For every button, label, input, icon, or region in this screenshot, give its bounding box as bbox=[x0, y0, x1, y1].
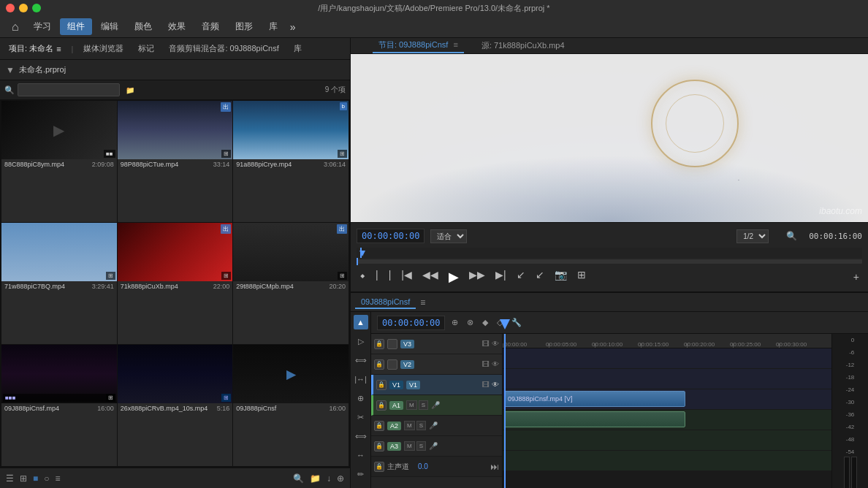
track-type-v2[interactable]: V2 bbox=[400, 360, 414, 369]
delete-icon[interactable]: ⊕ bbox=[337, 473, 344, 484]
a2-m-btn[interactable]: M bbox=[404, 421, 415, 430]
a3-s-btn[interactable]: S bbox=[416, 441, 426, 451]
zoom-icon[interactable]: 🔍 bbox=[786, 231, 797, 241]
markers-tab[interactable]: 标记 bbox=[134, 42, 159, 56]
media-item-7[interactable]: ■■■ ⊞ 09J888piCnsf.mp4 16:00 bbox=[1, 345, 117, 466]
v3-eye-icon[interactable]: 👁 bbox=[492, 340, 499, 348]
a1-s-btn[interactable]: S bbox=[419, 400, 428, 410]
step-forward-button[interactable]: ▶▶ bbox=[466, 267, 488, 286]
pen-tool[interactable]: ✏ bbox=[354, 467, 368, 481]
search-input[interactable] bbox=[18, 83, 120, 96]
a2-s-btn[interactable]: S bbox=[416, 421, 426, 430]
menu-learn[interactable]: 学习 bbox=[26, 18, 58, 35]
ripple-edit-tool[interactable]: ⟺ bbox=[354, 353, 368, 367]
tl-wrench-btn[interactable]: 🔧 bbox=[509, 316, 524, 329]
library-tab[interactable]: 库 bbox=[289, 42, 306, 56]
media-item-5[interactable]: 出 ⊞ 71k888piCuXb.mp4 22:00 bbox=[118, 223, 233, 344]
new-item-icon[interactable]: 📁 bbox=[310, 473, 321, 484]
media-item-4[interactable]: ⊞ 71w888piC7BQ.mp4 3:29:41 bbox=[1, 223, 117, 344]
source-tab[interactable] bbox=[355, 45, 367, 47]
tl-linked-btn[interactable]: ⊗ bbox=[465, 316, 476, 329]
track-sync-a2[interactable]: 🔒 bbox=[374, 421, 384, 431]
a2-mic-icon[interactable]: 🎤 bbox=[429, 422, 438, 430]
home-button[interactable]: ⌂ bbox=[6, 20, 25, 34]
razor-tool[interactable]: ✂ bbox=[354, 410, 368, 424]
track-sync-a1[interactable]: 🔒 bbox=[376, 400, 387, 411]
close-button[interactable] bbox=[6, 4, 15, 12]
menu-effects[interactable]: 效果 bbox=[161, 18, 193, 35]
audio-mixer-tab[interactable]: 音频剪辑混合器: 09J888piCnsf bbox=[164, 42, 283, 56]
list-view-icon[interactable]: ☰ bbox=[6, 473, 14, 484]
track-type-v1-outer[interactable]: V1 bbox=[389, 381, 403, 389]
multi-camera-button[interactable]: ⊞ bbox=[574, 267, 589, 286]
list-toggle-icon[interactable]: ■ bbox=[33, 473, 38, 484]
mark-out-button[interactable]: | bbox=[373, 267, 381, 286]
media-item-6[interactable]: 出 ⊞ 29t888piCMpb.mp4 20:20 bbox=[233, 223, 349, 344]
tl-snap-btn[interactable]: ⊕ bbox=[449, 316, 460, 329]
rolling-edit-tool[interactable]: |↔| bbox=[354, 372, 368, 386]
a1-m-btn[interactable]: M bbox=[406, 400, 417, 410]
track-eye-v3[interactable] bbox=[387, 339, 397, 349]
minimize-button[interactable] bbox=[19, 4, 28, 12]
selection-tool[interactable]: ▲ bbox=[354, 315, 368, 329]
a3-m-btn[interactable]: M bbox=[404, 441, 415, 451]
folder-icon2[interactable]: 📁 bbox=[126, 86, 134, 94]
track-sync-a3[interactable]: 🔒 bbox=[374, 441, 384, 451]
menu-assemble[interactable]: 组件 bbox=[60, 18, 92, 35]
track-sync-master[interactable]: 🔒 bbox=[374, 462, 384, 472]
track-eye-v2[interactable] bbox=[387, 359, 397, 370]
insert-button[interactable]: ↙ bbox=[514, 267, 528, 286]
media-item-3[interactable]: b ⊞ 91a888piCrye.mp4 3:06:14 bbox=[233, 101, 349, 222]
v2-eye-icon[interactable]: 👁 bbox=[492, 360, 499, 368]
tl-add-marker-btn[interactable]: ◆ bbox=[480, 316, 490, 329]
a3-mic-icon[interactable]: 🎤 bbox=[429, 442, 438, 450]
media-item-1[interactable]: ▶ ■■ 88C888piC8ym.mp4 2:09:08 bbox=[1, 101, 117, 222]
rate-stretch-tool[interactable]: ⊕ bbox=[354, 391, 368, 405]
grid-view-icon[interactable]: ⊞ bbox=[20, 473, 27, 484]
project-tab[interactable]: 项目: 未命名 ≡ bbox=[4, 42, 66, 56]
v1-clip[interactable]: 09J888piCnsf.mp4 [V] bbox=[504, 391, 685, 407]
fit-dropdown[interactable]: 适合 bbox=[430, 229, 467, 243]
scrub-bar[interactable] bbox=[357, 259, 862, 264]
master-next-icon[interactable]: ⏭ bbox=[490, 462, 499, 472]
menu-more-icon[interactable]: » bbox=[286, 21, 300, 33]
track-select-tool[interactable]: ▷ bbox=[354, 334, 368, 348]
sort-icon[interactable]: ≡ bbox=[56, 473, 61, 484]
track-sync-v1[interactable]: 🔒 bbox=[376, 380, 387, 390]
a1-clip[interactable] bbox=[504, 411, 685, 427]
export-frame-button[interactable]: 📷 bbox=[552, 267, 570, 286]
range-icon[interactable]: ○ bbox=[44, 473, 49, 484]
track-type-v3[interactable]: V3 bbox=[400, 340, 414, 348]
step-back-button[interactable]: ◀◀ bbox=[419, 267, 441, 286]
menu-graphics[interactable]: 图形 bbox=[228, 18, 260, 35]
track-type-a1[interactable]: A1 bbox=[389, 401, 403, 410]
track-type-v1-inner[interactable]: V1 bbox=[406, 381, 420, 389]
v3-film-icon[interactable]: 🎞 bbox=[482, 340, 490, 348]
slide-tool[interactable]: ↔ bbox=[354, 448, 368, 462]
v2-film-icon[interactable]: 🎞 bbox=[482, 360, 490, 368]
media-browser-tab[interactable]: 媒体浏览器 bbox=[79, 42, 128, 56]
overwrite-button[interactable]: ↙ bbox=[533, 267, 547, 286]
track-type-a3[interactable]: A3 bbox=[387, 442, 401, 451]
program-tab[interactable]: 节目: 09J888piCnsf ≡ bbox=[373, 38, 464, 53]
tl-marker-type-btn[interactable]: ◇ bbox=[495, 316, 505, 329]
new-bin-icon[interactable]: 🔍 bbox=[293, 473, 304, 484]
timeline-tab[interactable]: 09J888piCnsf bbox=[355, 296, 416, 309]
menu-color[interactable]: 颜色 bbox=[127, 18, 159, 35]
quality-dropdown[interactable]: 1/2 bbox=[736, 229, 769, 243]
media-item-2[interactable]: 出 ⊞ 98P888piCTue.mp4 33:14 bbox=[118, 101, 233, 222]
mark-clip-button[interactable]: | bbox=[386, 267, 395, 286]
a1-mic-icon[interactable]: 🎤 bbox=[431, 401, 440, 409]
v1-eye-icon[interactable]: 👁 bbox=[492, 381, 499, 389]
v1-film-icon[interactable]: 🎞 bbox=[482, 381, 490, 389]
clear-icon[interactable]: ↓ bbox=[327, 473, 331, 484]
program-menu-icon[interactable]: ≡ bbox=[453, 40, 457, 49]
media-item-9[interactable]: ▶ 09J888piCnsf 16:00 bbox=[233, 345, 349, 466]
add-marker-button[interactable]: + bbox=[850, 270, 862, 284]
track-sync-v2[interactable]: 🔒 bbox=[374, 359, 384, 370]
media-item-8[interactable]: ⊞ 26x888piCRvB.mp4_10s.mp4 5:16 bbox=[118, 345, 233, 466]
menu-edit[interactable]: 编辑 bbox=[94, 18, 126, 35]
timeline-timecode[interactable]: 00:00:00:00 bbox=[377, 316, 445, 330]
track-sync-v3[interactable]: 🔒 bbox=[374, 339, 384, 349]
menu-audio[interactable]: 音频 bbox=[194, 18, 226, 35]
